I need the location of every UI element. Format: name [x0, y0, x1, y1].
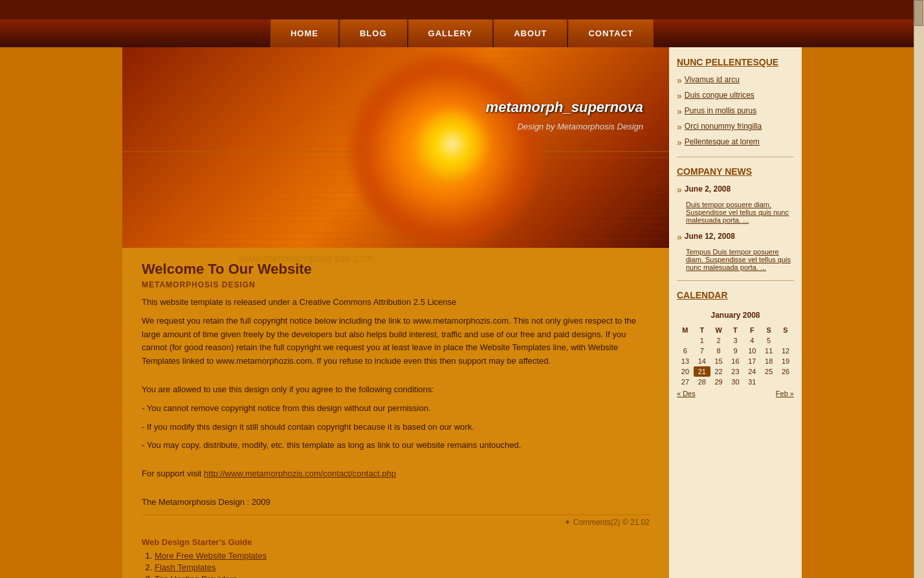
- post2-item2-link[interactable]: Flash Templates: [155, 562, 215, 572]
- calendar-month: January 2008: [677, 308, 794, 322]
- top-bar: [0, 0, 924, 19]
- nav-blog[interactable]: BLOG: [340, 19, 407, 47]
- calendar-cell[interactable]: 19: [777, 356, 794, 366]
- calendar-table: M T W T F S S 12345678910111213141516171…: [677, 325, 794, 387]
- calendar-cell[interactable]: 14: [694, 356, 710, 366]
- calendar-cell[interactable]: 29: [710, 377, 727, 387]
- sidebar-divider2: [677, 280, 794, 281]
- calendar-cell[interactable]: 24: [743, 366, 760, 377]
- sidebar-link-1[interactable]: Vivamus id arcu: [685, 75, 740, 84]
- bullet-icon: »: [677, 75, 682, 85]
- calendar-cell[interactable]: 26: [777, 366, 794, 377]
- calendar-cell[interactable]: 25: [760, 366, 777, 377]
- calendar-cell[interactable]: 5: [760, 335, 777, 346]
- calendar-cell[interactable]: 23: [727, 366, 744, 377]
- post1-support-link[interactable]: http://www.metamorphozis.com/contact/con…: [204, 469, 396, 478]
- post1-body3: You are allowed to use this design only …: [142, 383, 650, 397]
- calendar-cell[interactable]: 3: [727, 335, 744, 346]
- content-area: Welcome To Our Website METAMORPHOSIS DES…: [122, 248, 669, 578]
- sidebar-link-4[interactable]: Orci nonummy fringilla: [685, 122, 762, 131]
- cal-th-t2: T: [727, 325, 744, 335]
- sidebar-link-item: » Purus in mollis purus: [677, 106, 794, 117]
- post1-cond3: - You may copy, distribute, modify, etc.…: [142, 439, 650, 452]
- calendar-cell[interactable]: 6: [677, 346, 694, 356]
- news-date-row2: » June 12, 2008: [677, 232, 794, 243]
- calendar-cell[interactable]: 28: [694, 377, 710, 387]
- calendar-cell[interactable]: 9: [727, 346, 744, 356]
- calendar-cell[interactable]: 15: [710, 356, 727, 366]
- nav-home[interactable]: HOME: [270, 19, 338, 47]
- calendar-cell[interactable]: 7: [694, 346, 710, 356]
- calendar-header-row: M T W T F S S: [677, 325, 794, 335]
- sidebar-link-item: » Vivamus id arcu: [677, 75, 794, 85]
- post2-item1-link[interactable]: More Free Website Templates: [155, 551, 267, 561]
- banner-sitename: metamorph_supernova: [486, 99, 643, 116]
- calendar-cell[interactable]: 27: [677, 377, 694, 387]
- calendar-cell[interactable]: 8: [710, 346, 727, 356]
- post-2: Web Design Starter's Guide More Free Web…: [142, 537, 650, 578]
- calendar-cell[interactable]: 1: [694, 335, 710, 346]
- scrollbar-thumb[interactable]: [914, 0, 923, 26]
- nav-contact[interactable]: CONTACT: [568, 19, 654, 47]
- calendar-body: 1234567891011121314151617181920212223242…: [677, 335, 794, 387]
- post1-meta: ✦ Comments(2) © 21.02: [142, 515, 650, 527]
- cal-th-w: W: [710, 325, 727, 335]
- post-1: Welcome To Our Website METAMORPHOSIS DES…: [142, 261, 650, 527]
- calendar-cell[interactable]: 16: [727, 356, 744, 366]
- sidebar-section1-title: NUNC PELLENTESQUE: [677, 57, 794, 67]
- calendar-cell[interactable]: 18: [760, 356, 777, 366]
- calendar-cell[interactable]: 22: [710, 366, 727, 377]
- cal-next-link[interactable]: Feb »: [776, 390, 794, 397]
- post1-body1: This website template is released under …: [142, 296, 650, 309]
- calendar-cell[interactable]: [777, 377, 794, 387]
- sidebar-links: » Vivamus id arcu » Duis congue ultrices…: [677, 75, 794, 148]
- news-item-2: » June 12, 2008 Tempus Duis tempor posue…: [677, 232, 794, 271]
- bullet-icon: »: [677, 106, 682, 117]
- calendar-cell[interactable]: 21: [694, 366, 710, 377]
- sidebar-link-3[interactable]: Purus in mollis purus: [685, 106, 756, 115]
- calendar-cell[interactable]: 20: [677, 366, 694, 377]
- sidebar-link-2[interactable]: Duis congue ultrices: [685, 91, 754, 100]
- sidebar-link-5[interactable]: Pellentesque at lorem: [685, 137, 760, 146]
- cal-th-s1: S: [760, 325, 777, 335]
- bullet-icon: »: [677, 184, 682, 195]
- calendar-cell[interactable]: [677, 335, 694, 346]
- bullet-icon: »: [677, 122, 682, 132]
- post1-subtitle: METAMORPHOSIS DESIGN: [142, 280, 650, 289]
- post2-list: More Free Website Templates Flash Templa…: [155, 551, 650, 578]
- cal-th-f: F: [743, 325, 760, 335]
- calendar-cell[interactable]: 2: [710, 335, 727, 346]
- calendar-cell[interactable]: 10: [743, 346, 760, 356]
- post1-footer: The Metamorphosis Design : 2009: [142, 496, 650, 509]
- news-date-row: » June 2, 2008: [677, 184, 794, 195]
- cal-prev-link[interactable]: « Des: [677, 390, 696, 397]
- news-text-1: Duis tempor posuere diam. Suspendisse ve…: [686, 201, 794, 224]
- post2-item3-link[interactable]: Top Hosting Providers: [155, 574, 237, 578]
- scrollbar-track[interactable]: [914, 0, 924, 578]
- calendar-row: 12345: [677, 335, 794, 346]
- sidebar: NUNC PELLENTESQUE » Vivamus id arcu » Du…: [669, 47, 802, 578]
- left-column: metamorph_supernova Design by Metamorpho…: [122, 47, 669, 578]
- banner-designby: Design by Metamorphosis Design: [518, 122, 643, 131]
- calendar-cell[interactable]: 12: [777, 346, 794, 356]
- nav-bar: HOME BLOG GALLERY ABOUT CONTACT: [270, 19, 654, 47]
- calendar-cell[interactable]: [760, 377, 777, 387]
- news-date-2: June 12, 2008: [685, 232, 735, 241]
- news-item-1: » June 2, 2008 Duis tempor posuere diam.…: [677, 184, 794, 224]
- calendar-cell[interactable]: [777, 335, 794, 346]
- calendar-cell[interactable]: 11: [760, 346, 777, 356]
- sidebar-link-item: » Orci nonummy fringilla: [677, 122, 794, 132]
- calendar-cell[interactable]: 31: [743, 377, 760, 387]
- cal-th-m: M: [677, 325, 694, 335]
- nav-about[interactable]: ABOUT: [494, 19, 567, 47]
- cal-th-s2: S: [777, 325, 794, 335]
- news-link-2[interactable]: Tempus Duis tempor posuere diam. Suspend…: [686, 248, 791, 271]
- calendar-cell[interactable]: 4: [743, 335, 760, 346]
- news-date-1: June 2, 2008: [685, 184, 731, 194]
- calendar-cell[interactable]: 13: [677, 356, 694, 366]
- news-link-1[interactable]: Duis tempor posuere diam. Suspendisse ve…: [686, 201, 789, 224]
- calendar-cell[interactable]: 17: [743, 356, 760, 366]
- nav-gallery[interactable]: GALLERY: [408, 19, 493, 47]
- calendar-cell[interactable]: 30: [727, 377, 744, 387]
- sidebar-divider1: [677, 157, 794, 157]
